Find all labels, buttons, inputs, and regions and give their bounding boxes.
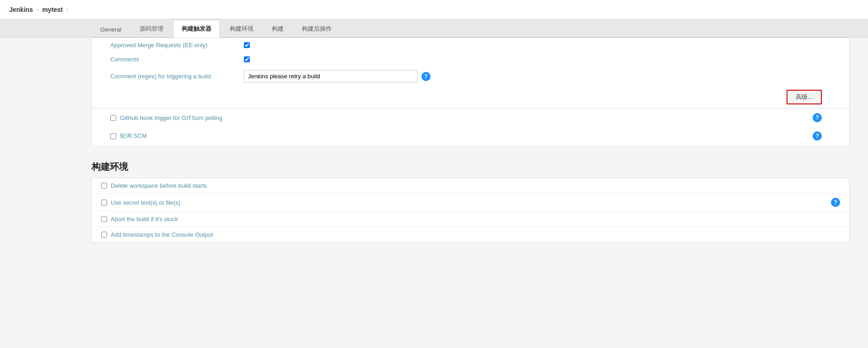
github-hook-row: GitHub hook trigger for GITScm polling ? [92,109,850,127]
delete-workspace-label: Delete workspace before build starts [111,182,207,189]
build-env-items: Delete workspace before build starts Use… [92,178,850,243]
approved-merge-label: Approved Merge Requests (EE-only) [110,42,238,49]
build-env-row-0: Delete workspace before build starts [92,178,849,194]
scm-poll-help-icon[interactable]: ? [813,131,822,141]
build-env-row-2: Abort the build if it's stuck [92,212,849,227]
comment-regex-control: ? [244,70,431,82]
advanced-button[interactable]: 高级... [787,90,822,104]
tab-build[interactable]: 构建 [263,20,292,38]
scm-poll-row: 轮询 SCM ? [92,127,850,145]
tab-general[interactable]: General [92,21,130,38]
tab-build-env[interactable]: 构建环境 [221,20,262,38]
add-timestamps-checkbox[interactable] [101,232,107,238]
breadcrumb-jenkins[interactable]: Jenkins [9,6,33,13]
use-secret-label: Use secret text(s) or file(s) [111,199,180,206]
breadcrumb-sep-2: › [66,6,68,13]
abort-build-label: Abort the build if it's stuck [111,216,178,223]
use-secret-help-icon[interactable]: ? [831,198,840,207]
comments-row: Comments [92,52,849,66]
comment-regex-label: Comment (regex) for triggering a build [110,73,238,80]
scm-poll-left: 轮询 SCM [110,132,147,140]
build-env-section: 构建环境 Delete workspace before build start… [92,154,850,243]
github-hook-checkbox[interactable] [110,115,116,121]
approved-merge-control [244,42,250,48]
approved-merge-row: Approved Merge Requests (EE-only) [92,38,849,52]
comment-regex-help-icon[interactable]: ? [421,72,431,81]
tab-bar: General 源码管理 构建触发器 构建环境 构建 构建后操作 [0,19,868,38]
comment-regex-row: Comment (regex) for triggering a build ? [92,66,849,86]
build-env-row-3: Add timestamps to the Console Output [92,227,849,242]
tab-source[interactable]: 源码管理 [131,20,172,38]
comments-label: Comments [110,56,238,63]
build-env-row-3-left: Add timestamps to the Console Output [101,231,213,238]
breadcrumb-sep-1: › [37,6,38,13]
breadcrumb-bar: Jenkins › mytest › [0,0,868,19]
approved-merge-checkbox[interactable] [244,42,250,48]
content-panel: Approved Merge Requests (EE-only) Commen… [0,38,868,348]
breadcrumb-mytest[interactable]: mytest [42,6,63,13]
delete-workspace-checkbox[interactable] [101,183,107,189]
comment-regex-input[interactable] [244,70,418,82]
github-hook-left: GitHub hook trigger for GITScm polling [110,114,222,121]
scm-poll-label: 轮询 SCM [120,132,147,140]
tab-build-trigger[interactable]: 构建触发器 [173,20,220,38]
build-env-row-1-left: Use secret text(s) or file(s) [101,199,180,206]
trigger-section: Approved Merge Requests (EE-only) Commen… [92,38,850,109]
github-hook-help-icon[interactable]: ? [813,113,822,122]
build-env-row-1: Use secret text(s) or file(s) ? [92,194,849,212]
add-timestamps-label: Add timestamps to the Console Output [111,231,213,238]
advanced-btn-row: 高级... [92,86,849,108]
build-env-row-2-left: Abort the build if it's stuck [101,216,178,223]
comments-checkbox[interactable] [244,56,250,62]
comments-control [244,56,250,62]
tab-post-build[interactable]: 构建后操作 [293,20,340,38]
github-hook-label: GitHub hook trigger for GITScm polling [120,114,222,121]
build-env-row-0-left: Delete workspace before build starts [101,182,207,189]
use-secret-checkbox[interactable] [101,200,107,206]
abort-build-checkbox[interactable] [101,216,107,222]
build-env-title: 构建环境 [92,154,850,178]
scm-poll-checkbox[interactable] [110,133,116,139]
